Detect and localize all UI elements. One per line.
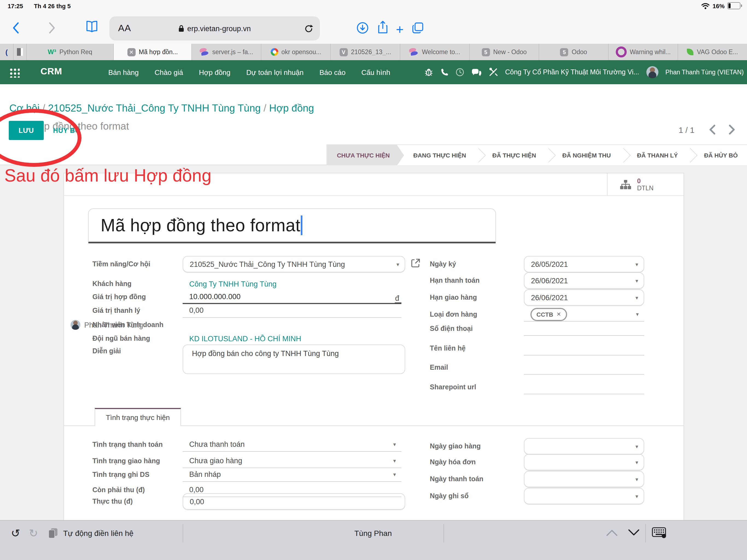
wifi-icon	[701, 2, 710, 9]
bookmarks-icon[interactable]	[85, 21, 98, 33]
navbar-right: Công Ty Cổ Phần Kỹ Thuật Môi Trường Vi..…	[424, 60, 747, 84]
annotation-text: Sau đó bấm lưu Hợp đồng	[4, 166, 211, 186]
sharepoint-input[interactable]	[524, 380, 644, 394]
chevron-down-keyboard-icon[interactable]	[628, 529, 640, 536]
activities-clock-icon[interactable]	[455, 60, 464, 84]
tab-python-req[interactable]: W³Python Req	[26, 44, 113, 60]
keyboard-accessory-bar: ↺ ↻ Tự động điền liên hệ Tùng Phan	[0, 520, 747, 560]
keyboard-icon[interactable]	[652, 527, 666, 538]
address-bar[interactable]: AA erp.vietan-group.vn	[109, 17, 320, 41]
pager-count: 1 / 1	[679, 125, 695, 134]
delivery-due-input[interactable]: 26/06/2021▾	[524, 289, 644, 306]
menu-hop-dong[interactable]: Hợp đồng	[199, 68, 230, 76]
bug-icon[interactable]	[424, 60, 433, 84]
tab-title: 210526_13_...	[351, 49, 391, 55]
tab-welcome[interactable]: Welcome to...	[400, 44, 469, 60]
tab-okr-opensource[interactable]: okr opensou...	[261, 44, 330, 60]
order-type-input[interactable]: CCTB✕ ▾	[524, 307, 644, 322]
tools-icon[interactable]	[489, 60, 498, 84]
payment-due-input[interactable]: 26/06/2021▾	[524, 272, 644, 289]
pager-next-icon[interactable]	[728, 124, 736, 136]
delivery-date-input[interactable]: ▾	[524, 438, 644, 455]
stage-chevron	[475, 145, 483, 166]
forward-button[interactable]	[48, 21, 56, 34]
menu-cau-hinh[interactable]: Cấu hình	[361, 68, 390, 76]
book-date-input[interactable]: ▾	[524, 488, 644, 504]
new-tab-icon[interactable]: +	[396, 22, 404, 37]
status-pipeline: CHƯA THỰC HIỆN ĐANG THỰC HIỆN ĐÃ THỰC HI…	[327, 144, 747, 166]
dtln-smart-button[interactable]: 0DTLN	[607, 173, 684, 196]
contact-name-input[interactable]	[524, 341, 644, 355]
tab-tinh-trang-thuc-hien[interactable]: Tình trạng thực hiện	[95, 408, 181, 426]
tab-title: New - Odoo	[493, 49, 527, 55]
company-name[interactable]: Công Ty Cổ Phần Kỹ Thuật Môi Trường Vi..…	[505, 68, 639, 76]
back-button[interactable]	[12, 21, 20, 34]
invoice-date-input[interactable]: ▾	[524, 454, 644, 470]
field-label: Số điện thoại	[430, 325, 520, 332]
stage-da-thanh-ly[interactable]: ĐÃ THANH LÝ	[628, 145, 687, 166]
tab-title: Mã hợp đồn...	[139, 49, 178, 55]
field-row-sign-date: Ngày ký 26/05/2021▾	[64, 256, 684, 272]
name-suggestion[interactable]: Tùng Phan	[354, 529, 392, 537]
redo-icon[interactable]: ↻	[29, 526, 38, 539]
app-name[interactable]: CRM	[41, 66, 62, 77]
tab-serverjs[interactable]: server.js – fa...	[191, 44, 261, 60]
menu-du-toan[interactable]: Dự toán lợi nhuận	[247, 68, 304, 76]
stage-dang-thuc-hien[interactable]: ĐANG THỰC HIỆN	[404, 145, 475, 166]
text-cursor	[301, 215, 303, 235]
phone-icon[interactable]	[440, 60, 448, 84]
reader-aa-button[interactable]: AA	[118, 23, 131, 34]
divider	[443, 524, 444, 542]
contract-title-input[interactable]: Mã hợp đồng theo format	[88, 208, 496, 244]
reload-icon[interactable]	[304, 24, 313, 33]
w3schools-icon: W³	[48, 48, 56, 56]
user-avatar[interactable]	[646, 66, 659, 78]
stage-da-huy-bo[interactable]: ĐÃ HỦY BỎ	[695, 145, 747, 166]
tab-vag-odoo[interactable]: VAG Odoo E...	[677, 44, 747, 60]
field-row-sharepoint: Sharepoint url	[64, 380, 684, 394]
undo-icon[interactable]: ↺	[11, 526, 20, 539]
tab-pinned-2[interactable]	[13, 44, 26, 60]
stage-chua-thuc-hien[interactable]: CHƯA THỰC HIỆN	[327, 145, 404, 166]
autofill-suggestion[interactable]: Tự động điền liên hệ	[63, 529, 133, 537]
email-input[interactable]	[524, 360, 644, 375]
tab-label: Tình trạng thực hiện	[106, 413, 170, 422]
share-icon[interactable]	[377, 20, 388, 34]
autofill-contact-icon[interactable]	[48, 528, 58, 538]
safari-toolbar: AA erp.vietan-group.vn +	[0, 12, 747, 44]
tab-new-odoo[interactable]: 5New - Odoo	[469, 44, 539, 60]
download-icon[interactable]	[357, 22, 368, 34]
tabs-overview-icon[interactable]	[412, 22, 424, 34]
close-tab-icon[interactable]: ✕	[127, 48, 136, 56]
tab-title: Warning whil...	[630, 49, 671, 55]
menu-ban-hang[interactable]: Bán hàng	[108, 68, 138, 76]
tab-warning[interactable]: Warning whil...	[608, 44, 677, 60]
menu-bao-cao[interactable]: Báo cáo	[319, 68, 345, 76]
breadcrumb-hop-dong[interactable]: Hợp đồng	[269, 102, 314, 114]
stage-label: ĐÃ THANH LÝ	[637, 152, 678, 159]
tab-pinned-1[interactable]: (	[0, 44, 13, 60]
field-value: 26/06/2021	[524, 276, 568, 285]
tab-210526[interactable]: V210526_13_...	[330, 44, 400, 60]
menu-chao-gia[interactable]: Chào giá	[154, 68, 183, 76]
battery-icon	[727, 2, 741, 9]
divider	[183, 524, 183, 542]
remove-tag-icon[interactable]: ✕	[557, 311, 561, 317]
stage-da-thuc-hien[interactable]: ĐÃ THỰC HIỆN	[483, 145, 545, 166]
tab-active-ma-hop-dong[interactable]: ✕Mã hợp đồn...	[113, 44, 191, 60]
messages-icon[interactable]	[471, 60, 482, 84]
sign-date-input[interactable]: 26/05/2021▾	[524, 256, 644, 272]
chevron-up-icon[interactable]	[606, 529, 618, 536]
payment-date-input[interactable]: ▾	[524, 471, 644, 487]
user-name[interactable]: Phan Thanh Tùng (VIETAN)	[666, 69, 744, 75]
breadcrumb-opportunity[interactable]: 210525_Nước Thải_Công Ty TNHH Tùng Tùng	[48, 102, 261, 114]
stage-da-nghiem-thu[interactable]: ĐÃ NGHIỆM THU	[553, 145, 620, 166]
pager-prev-icon[interactable]	[709, 124, 716, 136]
apps-grid-icon[interactable]	[9, 67, 20, 78]
ipad-screen: 17:25 Th 4 26 thg 5 16% AA erp.vietan-gr…	[0, 0, 747, 560]
phone-input[interactable]	[524, 322, 644, 336]
tab-odoo[interactable]: 5Odoo	[539, 44, 608, 60]
tab-favicon: 5	[482, 48, 490, 56]
order-type-tag[interactable]: CCTB✕	[531, 308, 567, 321]
field-label: Ngày thanh toán	[430, 475, 520, 483]
